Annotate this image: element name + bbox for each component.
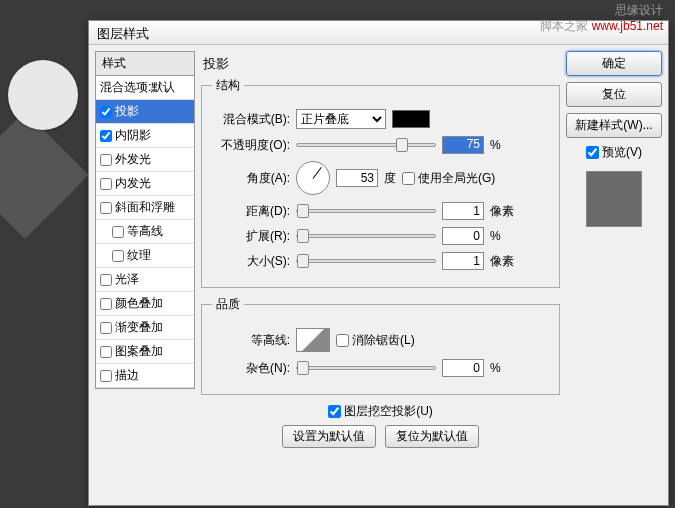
style-checkbox[interactable] [100,322,112,334]
opacity-unit: % [490,138,501,152]
action-column: 确定 复位 新建样式(W)... 预览(V) [566,51,662,499]
style-checkbox[interactable] [100,130,112,142]
style-label: 内阴影 [115,127,151,144]
style-checkbox[interactable] [100,346,112,358]
styles-list: 混合选项:默认投影内阴影外发光内发光斜面和浮雕等高线纹理光泽颜色叠加渐变叠加图案… [95,76,195,389]
style-item-4[interactable]: 内发光 [96,172,194,196]
angle-label: 角度(A): [212,170,290,187]
style-checkbox[interactable] [100,154,112,166]
reset-default-button[interactable]: 复位为默认值 [385,425,479,448]
spread-input[interactable] [442,227,484,245]
size-label: 大小(S): [212,253,290,270]
distance-unit: 像素 [490,203,514,220]
watermark: 思缘设计 脚本之家 www.jb51.net [540,3,663,34]
angle-input[interactable] [336,169,378,187]
quality-legend: 品质 [212,296,244,313]
preview-swatch [586,171,642,227]
style-item-11[interactable]: 图案叠加 [96,340,194,364]
style-label: 投影 [115,103,139,120]
knockout-checkbox[interactable]: 图层挖空投影(U) [328,403,433,420]
blend-mode-select[interactable]: 正片叠底 [296,109,386,129]
settings-column: 投影 结构 混合模式(B): 正片叠底 不透明度(O): 75 % 角度(A): [201,51,560,499]
style-label: 纹理 [127,247,151,264]
style-item-5[interactable]: 斜面和浮雕 [96,196,194,220]
cancel-button[interactable]: 复位 [566,82,662,107]
styles-header[interactable]: 样式 [95,51,195,76]
style-checkbox[interactable] [100,370,112,382]
style-item-6[interactable]: 等高线 [96,220,194,244]
noise-input[interactable] [442,359,484,377]
style-checkbox[interactable] [100,298,112,310]
style-label: 图案叠加 [115,343,163,360]
style-checkbox[interactable] [100,274,112,286]
bg-shape-circle [8,60,78,130]
styles-column: 样式 混合选项:默认投影内阴影外发光内发光斜面和浮雕等高线纹理光泽颜色叠加渐变叠… [95,51,195,499]
opacity-slider[interactable] [296,143,436,147]
angle-unit: 度 [384,170,396,187]
style-label: 混合选项:默认 [100,79,175,96]
style-item-3[interactable]: 外发光 [96,148,194,172]
style-checkbox[interactable] [100,106,112,118]
size-input[interactable] [442,252,484,270]
style-label: 光泽 [115,271,139,288]
style-label: 颜色叠加 [115,295,163,312]
style-item-1[interactable]: 投影 [96,100,194,124]
ok-button[interactable]: 确定 [566,51,662,76]
contour-label: 等高线: [212,332,290,349]
style-label: 外发光 [115,151,151,168]
style-item-0[interactable]: 混合选项:默认 [96,76,194,100]
quality-group: 品质 等高线: 消除锯齿(L) 杂色(N): % [201,296,560,395]
style-checkbox[interactable] [100,202,112,214]
noise-slider[interactable] [296,366,436,370]
bg-shape-diamond [0,111,89,238]
make-default-button[interactable]: 设置为默认值 [282,425,376,448]
panel-title: 投影 [201,51,560,77]
style-item-2[interactable]: 内阴影 [96,124,194,148]
spread-label: 扩展(R): [212,228,290,245]
style-item-7[interactable]: 纹理 [96,244,194,268]
style-label: 斜面和浮雕 [115,199,175,216]
antialias-checkbox[interactable]: 消除锯齿(L) [336,332,415,349]
global-light-checkbox[interactable]: 使用全局光(G) [402,170,495,187]
preview-checkbox[interactable]: 预览(V) [566,144,662,161]
new-style-button[interactable]: 新建样式(W)... [566,113,662,138]
style-label: 等高线 [127,223,163,240]
distance-input[interactable] [442,202,484,220]
angle-dial[interactable] [296,161,330,195]
style-checkbox[interactable] [112,226,124,238]
size-slider[interactable] [296,259,436,263]
opacity-label: 不透明度(O): [212,137,290,154]
distance-label: 距离(D): [212,203,290,220]
style-label: 渐变叠加 [115,319,163,336]
opacity-input[interactable]: 75 [442,136,484,154]
spread-slider[interactable] [296,234,436,238]
blend-mode-label: 混合模式(B): [212,111,290,128]
structure-legend: 结构 [212,77,244,94]
noise-label: 杂色(N): [212,360,290,377]
style-item-9[interactable]: 颜色叠加 [96,292,194,316]
contour-picker[interactable] [296,328,330,352]
shadow-color-swatch[interactable] [392,110,430,128]
spread-unit: % [490,229,501,243]
structure-group: 结构 混合模式(B): 正片叠底 不透明度(O): 75 % 角度(A): [201,77,560,288]
style-label: 描边 [115,367,139,384]
distance-slider[interactable] [296,209,436,213]
style-checkbox[interactable] [112,250,124,262]
noise-unit: % [490,361,501,375]
style-item-8[interactable]: 光泽 [96,268,194,292]
style-checkbox[interactable] [100,178,112,190]
size-unit: 像素 [490,253,514,270]
style-item-12[interactable]: 描边 [96,364,194,388]
layer-style-dialog: 图层样式 样式 混合选项:默认投影内阴影外发光内发光斜面和浮雕等高线纹理光泽颜色… [88,20,669,506]
style-label: 内发光 [115,175,151,192]
style-item-10[interactable]: 渐变叠加 [96,316,194,340]
